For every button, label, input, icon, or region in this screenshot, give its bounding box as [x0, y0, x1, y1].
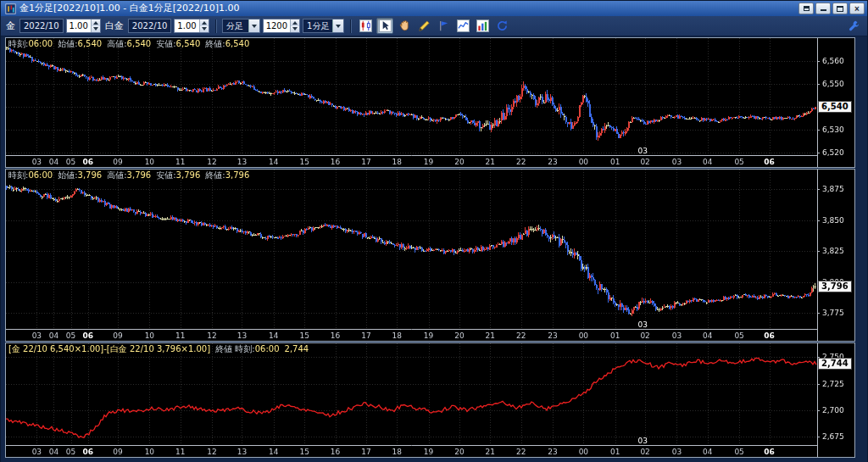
panel-info-1: 時刻:06:00始値:3,796高値:3,796安値:3,796終値:3,796: [8, 170, 254, 181]
x-axis-tick: 17: [361, 448, 370, 456]
draw-line-button[interactable]: [415, 18, 432, 34]
y-axis-tick: 3,775: [822, 309, 844, 317]
histogram-button[interactable]: [474, 18, 491, 34]
info-label: 終値:: [205, 39, 225, 48]
x-axis-tick: 11: [175, 331, 185, 340]
interval-select-value: 1分足: [303, 19, 332, 32]
close-button[interactable]: ×: [849, 3, 865, 14]
x-axis-tick: 11: [175, 448, 185, 456]
chart-canvas-gold[interactable]: [6, 38, 854, 167]
x-axis-tick: 13: [237, 158, 247, 166]
last-price-badge: 6,540: [818, 101, 852, 113]
gold-multiplier-spinner[interactable]: 1.00: [66, 19, 101, 33]
minimize-button[interactable]: [815, 3, 831, 14]
x-axis-tick: 19: [424, 331, 433, 340]
x-axis-tick: 15: [299, 448, 309, 456]
pan-button[interactable]: [396, 18, 413, 34]
settings-button[interactable]: [845, 18, 862, 34]
bar-count-spinner-up-button[interactable]: [291, 19, 299, 26]
info-label: 終値 時刻:: [215, 344, 255, 353]
gold-multiplier-spinner-down-button[interactable]: [92, 26, 100, 33]
panel-info-0: 時刻:06:00始値:6,540高値:6,540安値:6,540終値:6,540: [8, 39, 254, 49]
x-axis-tick: 02: [640, 448, 649, 456]
x-axis-tick: 06: [764, 448, 775, 456]
y-axis-tick: 2,725: [822, 381, 844, 388]
y-axis-tick: 3,875: [822, 186, 844, 193]
x-axis-tick: 09: [113, 158, 122, 166]
date-change-label: 03: [638, 437, 648, 445]
x-axis-tick: 06: [82, 448, 93, 456]
window-controls: ×: [798, 3, 865, 14]
x-axis-tick: 04: [49, 158, 58, 166]
period-type-select-arrow-button[interactable]: [248, 19, 259, 32]
interval-select-arrow-button[interactable]: [332, 19, 343, 32]
bar-count-spinner[interactable]: 1200: [263, 19, 300, 33]
x-axis-tick: 14: [269, 158, 278, 166]
x-axis-tick: 14: [269, 448, 278, 456]
date-change-label: 03: [638, 320, 648, 329]
y-axis-tick: 6,520: [822, 149, 844, 157]
maximize-button[interactable]: [832, 3, 848, 14]
x-axis-tick: 01: [610, 331, 620, 340]
x-axis-tick: 04: [49, 448, 58, 456]
x-axis-tick: 06: [82, 158, 93, 166]
last-price-badge: 2,744: [818, 358, 852, 370]
chart-canvas-platinum[interactable]: [6, 170, 854, 341]
gold-multiplier-spinner-up-button[interactable]: [92, 19, 100, 26]
minimize-icon: [821, 9, 826, 11]
x-axis-tick: 13: [237, 448, 247, 456]
info-value: 3,796: [78, 170, 103, 180]
app-icon: [5, 3, 16, 14]
flag-icon: [437, 19, 450, 32]
gold-month-select[interactable]: 2022/10: [19, 19, 64, 33]
x-axis-tick: 06: [764, 331, 775, 340]
info-label: 始値:: [58, 170, 77, 180]
x-axis-tick: 21: [486, 448, 495, 456]
x-axis-tick: 03: [32, 158, 42, 166]
period-type-select[interactable]: 分足: [222, 19, 260, 33]
bar-count-spinner-down-button[interactable]: [291, 26, 299, 33]
x-axis-tick: 19: [424, 158, 433, 166]
x-axis-tick: 12: [207, 158, 216, 166]
x-axis-tick: 05: [66, 331, 75, 340]
chart-canvas-spread[interactable]: [6, 343, 854, 457]
y-axis-tick: 2,700: [822, 407, 844, 415]
x-axis-tick: 23: [548, 158, 557, 166]
info-value: 6,540: [176, 39, 201, 48]
marker-button[interactable]: [435, 18, 452, 34]
x-axis-tick: 21: [486, 331, 495, 340]
x-axis-tick: 16: [331, 158, 340, 166]
toolbar: 金2022/101.00白金2022/101.00分足12001分足: [1, 16, 867, 36]
x-axis-tick: 03: [32, 331, 42, 340]
chart-type-button[interactable]: [357, 18, 374, 34]
x-axis-tick: 04: [703, 158, 712, 166]
popout-icon: [804, 6, 810, 11]
info-value: 3,796: [176, 170, 201, 180]
x-axis-tick: 18: [392, 331, 402, 340]
y-axis-tick: 2,675: [822, 433, 844, 441]
platinum-month-select[interactable]: 2022/10: [128, 19, 172, 33]
popout-button[interactable]: [798, 3, 814, 14]
info-value: 3,796: [127, 170, 152, 180]
info-value: 6,540: [127, 39, 152, 48]
x-axis-tick: 05: [66, 448, 75, 456]
gold-chart-panel: 時刻:06:00始値:6,540高値:6,540安値:6,540終値:6,540…: [5, 37, 855, 168]
platinum-multiplier-spinner-down-button[interactable]: [200, 26, 209, 33]
cursor-button[interactable]: [376, 18, 393, 34]
platinum-multiplier-spinner-up-button[interactable]: [200, 19, 209, 26]
window-title: 金1分足[2022/10]1.00 - 白金1分足[2022/10]1.00: [19, 1, 798, 16]
titlebar[interactable]: 金1分足[2022/10]1.00 - 白金1分足[2022/10]1.00 ×: [1, 1, 867, 16]
platinum-multiplier-spinner[interactable]: 1.00: [174, 19, 209, 33]
info-label: 始値:: [58, 39, 77, 48]
x-axis-tick: 17: [361, 158, 370, 166]
interval-select[interactable]: 1分足: [303, 19, 344, 33]
x-axis-tick: 21: [486, 158, 495, 166]
refresh-button[interactable]: [493, 18, 510, 34]
x-axis-tick: 04: [703, 448, 712, 456]
line-chart-icon: [457, 19, 470, 32]
x-axis-tick: 00: [579, 331, 588, 340]
x-axis-tick: 01: [610, 448, 620, 456]
panel-info-2: [金 22/10 6,540×1.00]-[白金 22/10 3,796×1.0…: [8, 344, 314, 354]
info-value: 06:00: [28, 170, 53, 180]
line-chart-button[interactable]: [454, 18, 471, 34]
